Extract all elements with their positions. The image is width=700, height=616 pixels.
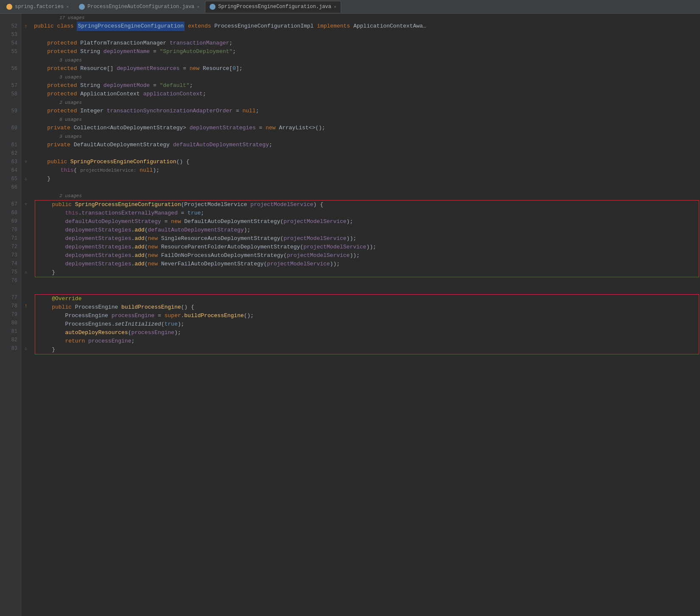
file-icon-orange bbox=[6, 4, 12, 10]
file-icon-blue-1 bbox=[79, 4, 85, 10]
code-line-82: return processEngine; bbox=[35, 337, 699, 346]
code-line-78: public ProcessEngine buildProcessEngine(… bbox=[35, 303, 699, 312]
code-line-70: deploymentStrategies.add(defaultAutoDepl… bbox=[35, 226, 699, 234]
code-line-69: defaultAutoDeploymentStrategy = new Defa… bbox=[35, 217, 699, 226]
code-line-empty bbox=[34, 286, 700, 294]
code-line-67: public SpringProcessEngineConfiguration(… bbox=[35, 201, 699, 209]
usage-hint-3a: 3 usages bbox=[34, 56, 700, 64]
code-line-54: protected PlatformTransactionManager tra… bbox=[34, 39, 700, 47]
code-line-64: this( projectModelService: null); bbox=[34, 166, 700, 175]
fold-end-icon-83[interactable]: △ bbox=[21, 344, 31, 353]
tab-spring-process-engine[interactable]: SpringProcessEngineConfiguration.java ✕ bbox=[205, 1, 341, 13]
usage-hint-3c: 3 usages bbox=[34, 132, 700, 141]
fold-icon-63[interactable]: ▽ bbox=[21, 158, 31, 166]
code-line-52: public class SpringProcessEngineConfigur… bbox=[34, 22, 700, 31]
code-line-75: } bbox=[35, 268, 699, 277]
red-box-build-method: @Override public ProcessEngine buildProc… bbox=[35, 294, 699, 354]
tab-close-spring-factories[interactable]: ✕ bbox=[66, 4, 69, 9]
line-numbers: 52 53 54 55 56 57 58 59 60 61 62 63 64 6… bbox=[0, 14, 21, 616]
code-line-53 bbox=[34, 31, 700, 39]
code-line-76 bbox=[34, 277, 700, 286]
usage-hint-2b: 2 usages bbox=[34, 192, 700, 200]
ref-icon-line52: ↑ bbox=[25, 22, 28, 31]
code-line-57: protected String deploymentMode = "defau… bbox=[34, 81, 700, 90]
usage-hint-2a: 2 usages bbox=[34, 98, 700, 107]
usage-hint-3b: 3 usages bbox=[34, 73, 700, 81]
code-line-66 bbox=[34, 183, 700, 192]
code-line-61: private DefaultAutoDeploymentStrategy de… bbox=[34, 141, 700, 149]
tab-bar: spring.factories ✕ ProcessEngineAutoConf… bbox=[0, 0, 700, 14]
code-line-62 bbox=[34, 149, 700, 158]
code-line-65: } bbox=[34, 175, 700, 183]
code-line-83: } bbox=[35, 346, 699, 354]
tab-spring-factories[interactable]: spring.factories ✕ bbox=[2, 1, 73, 13]
code-line-68: this.transactionsExternallyManaged = tru… bbox=[35, 209, 699, 217]
fold-end-icon-75[interactable]: △ bbox=[21, 268, 31, 276]
usage-hint-6: 6 usages bbox=[34, 115, 700, 124]
tab-process-engine-auto[interactable]: ProcessEngineAutoConfiguration.java ✕ bbox=[74, 1, 204, 13]
code-line-79: ProcessEngine processEngine = super.buil… bbox=[35, 312, 699, 320]
fold-end-icon-65[interactable]: △ bbox=[21, 175, 31, 183]
code-line-55: protected String deploymentName = "Sprin… bbox=[34, 47, 700, 56]
code-line-71: deploymentStrategies.add(new SingleResou… bbox=[35, 234, 699, 243]
tab-label-spring-factories: spring.factories bbox=[15, 4, 64, 10]
code-line-72: deploymentStrategies.add(new ResourcePar… bbox=[35, 243, 699, 251]
code-line-63: public SpringProcessEngineConfiguration(… bbox=[34, 158, 700, 166]
tab-close-process-engine-auto[interactable]: ✕ bbox=[197, 4, 199, 9]
code-line-74: deploymentStrategies.add(new NeverFailAu… bbox=[35, 260, 699, 268]
code-line-80: ProcessEngines.setInitialized(true); bbox=[35, 320, 699, 329]
file-icon-blue-2 bbox=[210, 4, 216, 10]
fold-icon-78[interactable]: ↑ bbox=[21, 302, 31, 310]
code-line-77: @Override bbox=[35, 295, 699, 303]
code-content[interactable]: 17 usages public class SpringProcessEngi… bbox=[31, 14, 700, 616]
fold-icon-67[interactable]: ▽ bbox=[21, 200, 31, 209]
editor-area: 52 53 54 55 56 57 58 59 60 61 62 63 64 6… bbox=[0, 14, 700, 616]
code-line-81: autoDeployResources(processEngine); bbox=[35, 329, 699, 337]
code-line-59: protected Integer transactionSynchroniza… bbox=[34, 107, 700, 115]
code-line-73: deploymentStrategies.add(new FailOnNoPro… bbox=[35, 251, 699, 260]
tab-label-process-engine-auto: ProcessEngineAutoConfiguration.java bbox=[87, 4, 194, 10]
gutter: ↑ ▽ △ ▽ △ ↑ △ bbox=[21, 14, 31, 616]
tab-label-spring-process-engine: SpringProcessEngineConfiguration.java bbox=[218, 4, 331, 10]
code-line-56: protected Resource[] deploymentResources… bbox=[34, 64, 700, 73]
code-line-58: protected ApplicationContext application… bbox=[34, 90, 700, 98]
usage-hint-17: 17 usages bbox=[34, 14, 700, 22]
tab-close-spring-process-engine[interactable]: ✕ bbox=[334, 4, 336, 9]
code-line-60: private Collection<AutoDeploymentStrateg… bbox=[34, 124, 700, 132]
red-box-constructor: public SpringProcessEngineConfiguration(… bbox=[35, 200, 699, 277]
